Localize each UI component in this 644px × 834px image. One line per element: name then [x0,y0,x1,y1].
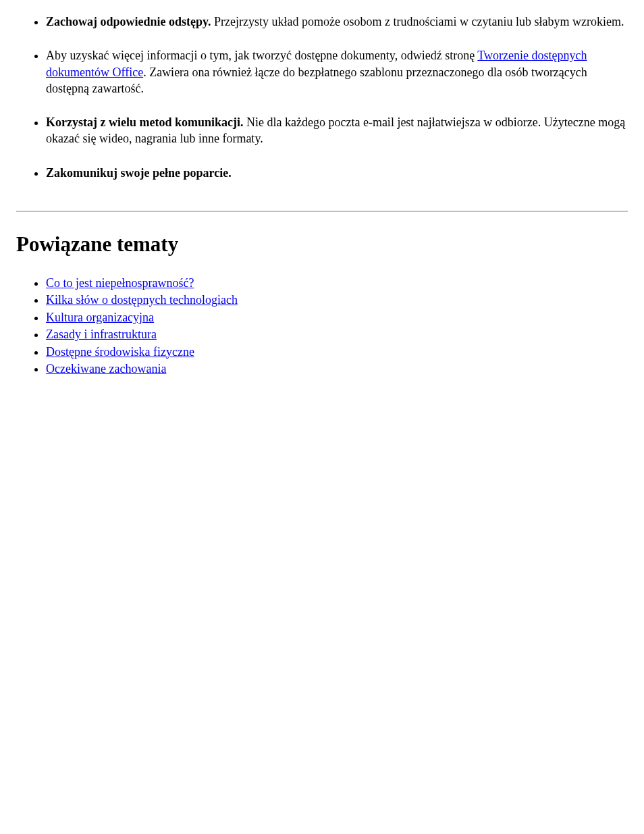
related-link[interactable]: Dostępne środowiska fizyczne [46,345,194,359]
related-link[interactable]: Oczekiwane zachowania [46,362,166,375]
item-prefix: Aby uzyskać więcej informacji o tym, jak… [46,49,477,62]
list-item: Zakomunikuj swoje pełne poparcie. [46,165,628,181]
list-item: Korzystaj z wielu metod komunikacji. Nie… [46,114,628,147]
related-link[interactable]: Kilka słów o dostępnych technologiach [46,293,238,307]
list-item: Zachowaj odpowiednie odstępy. Przejrzyst… [46,14,628,30]
related-link[interactable]: Zasady i infrastruktura [46,328,157,341]
related-link[interactable]: Co to jest niepełnosprawność? [46,276,194,290]
section-heading: Powiązane tematy [16,232,628,257]
related-link-item: Dostępne środowiska fizyczne [46,344,628,360]
related-links-list: Co to jest niepełnosprawność? Kilka słów… [16,276,628,377]
related-link[interactable]: Kultura organizacyjna [46,311,154,324]
item-bold: Zachowaj odpowiednie odstępy. [46,15,211,28]
divider [16,211,628,212]
item-bold: Korzystaj z wielu metod komunikacji. [46,115,243,129]
item-bold: Zakomunikuj swoje pełne poparcie. [46,166,232,180]
list-item: Aby uzyskać więcej informacji o tym, jak… [46,47,628,97]
related-link-item: Zasady i infrastruktura [46,327,628,342]
related-link-item: Oczekiwane zachowania [46,361,628,377]
related-link-item: Kultura organizacyjna [46,310,628,325]
item-tail: Przejrzysty układ pomoże osobom z trudno… [211,15,624,28]
related-link-item: Kilka słów o dostępnych technologiach [46,292,628,308]
related-link-item: Co to jest niepełnosprawność? [46,276,628,291]
content-list: Zachowaj odpowiednie odstępy. Przejrzyst… [16,14,628,181]
